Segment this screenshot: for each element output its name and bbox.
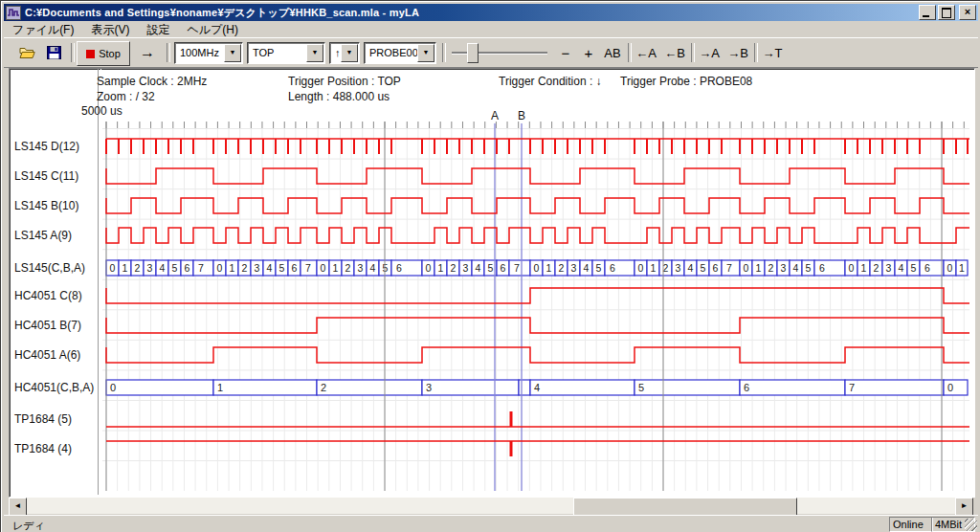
- save-button[interactable]: [42, 41, 65, 64]
- trigger-position-select[interactable]: TOP ▼: [247, 42, 325, 64]
- toolbar-separator: [754, 43, 758, 62]
- move-cursor-b-left-button[interactable]: ←B: [662, 41, 687, 64]
- menu-item-help[interactable]: ヘルプ(H): [178, 21, 247, 37]
- ruler-time-label: 5000 us: [81, 104, 122, 118]
- minus-icon: −: [562, 45, 570, 61]
- right-a-icon: →A: [699, 46, 720, 60]
- stop-icon: [86, 50, 95, 58]
- gutter-divider: [98, 69, 101, 495]
- zoom-in-button[interactable]: +: [578, 41, 599, 64]
- status-ready: レディ: [12, 519, 45, 532]
- close-button[interactable]: ×: [959, 5, 976, 20]
- maximize-button[interactable]: [938, 5, 955, 20]
- channel-label-6: HC4051 C(8): [14, 287, 82, 304]
- left-b-icon: ←B: [664, 46, 685, 60]
- toolbar-separator: [167, 43, 170, 62]
- menu-item-settings[interactable]: 設定: [138, 21, 178, 37]
- app-icon[interactable]: [6, 6, 21, 20]
- menu-bar: ファイル(F) 表示(V) 設定 ヘルプ(H): [4, 21, 978, 37]
- waveform-view[interactable]: [9, 68, 975, 498]
- scroll-left-button[interactable]: ◄: [9, 498, 27, 516]
- trigger-position-value: TOP: [253, 47, 274, 58]
- title-bar[interactable]: C:¥Documents and Settings¥noname¥デスクトップ¥…: [4, 4, 978, 21]
- right-t-icon: →T: [763, 46, 783, 60]
- channel-label-2: LS145 C(11): [14, 167, 78, 185]
- resize-grip[interactable]: [965, 519, 977, 531]
- toolbar-separator: [71, 43, 75, 62]
- zoom-ab-button[interactable]: AB: [601, 41, 624, 64]
- dropdown-arrow-icon[interactable]: ▼: [224, 44, 241, 62]
- menu-item-view[interactable]: 表示(V): [82, 21, 138, 37]
- info-zoom: Zoom : / 32: [97, 90, 155, 103]
- trigger-probe-value: PROBE00: [369, 47, 418, 58]
- channel-label-5: LS145(C,B,A): [14, 259, 85, 277]
- run-button[interactable]: →: [134, 41, 161, 64]
- minimize-button[interactable]: [919, 5, 936, 20]
- info-trigger-probe: Trigger Probe : PROBE08: [620, 75, 752, 88]
- close-icon: ×: [965, 6, 970, 17]
- channel-label-4: LS145 A(9): [14, 227, 72, 244]
- run-arrow-icon: →: [140, 44, 155, 61]
- channel-label-7: HC4051 B(7): [14, 317, 81, 334]
- toolbar-separator: [691, 43, 695, 62]
- info-trigger-condition: Trigger Condition : ↓: [499, 75, 602, 88]
- app-window: C:¥Documents and Settings¥noname¥デスクトップ¥…: [0, 0, 980, 532]
- plus-icon: +: [585, 45, 593, 61]
- right-b-icon: →B: [727, 46, 748, 60]
- dropdown-arrow-icon[interactable]: ▼: [306, 44, 323, 62]
- zoom-out-button[interactable]: −: [555, 41, 576, 64]
- trigger-edge-select[interactable]: ↑ ▼: [329, 42, 360, 64]
- channel-label-11: TP1684 (4): [14, 440, 72, 457]
- zoom-slider[interactable]: [452, 52, 547, 55]
- stop-label: Stop: [99, 48, 121, 59]
- info-trigger-position: Trigger Position : TOP: [288, 75, 401, 88]
- channel-label-3: LS145 B(10): [14, 197, 78, 214]
- dropdown-arrow-icon[interactable]: ▼: [417, 44, 434, 62]
- window-title: C:¥Documents and Settings¥noname¥デスクトップ¥…: [25, 6, 919, 20]
- status-bar: レディ Online 4MBit: [4, 515, 978, 532]
- dropdown-arrow-icon[interactable]: ▼: [341, 44, 358, 62]
- ab-label: AB: [604, 46, 620, 60]
- channel-label-1: LS145 D(12): [14, 138, 79, 155]
- menu-item-file[interactable]: ファイル(F): [4, 21, 82, 37]
- goto-trigger-button[interactable]: →T: [760, 41, 785, 64]
- open-button[interactable]: [15, 41, 38, 64]
- maximize-icon: [942, 8, 951, 18]
- info-length: Length : 488.000 us: [288, 90, 390, 103]
- stop-button[interactable]: Stop: [77, 41, 130, 66]
- toolbar-separator: [442, 43, 446, 62]
- scrollbar-thumb[interactable]: [573, 498, 797, 516]
- move-cursor-a-right-button[interactable]: →A: [697, 41, 722, 64]
- trigger-edge-value: ↑: [335, 47, 341, 58]
- sample-clock-select[interactable]: 100MHz ▼: [174, 42, 243, 64]
- left-a-icon: ←A: [635, 46, 657, 60]
- channel-label-9: HC4051(C,B,A): [14, 379, 94, 396]
- channel-label-10: TP1684 (5): [14, 410, 72, 428]
- minimize-icon: [923, 15, 929, 17]
- move-cursor-a-left-button[interactable]: ←A: [634, 41, 658, 64]
- channel-label-8: HC4051 A(6): [14, 346, 80, 364]
- status-online: Online: [889, 517, 933, 532]
- toolbar-separator: [628, 43, 632, 62]
- toolbar: Stop → 100MHz ▼ TOP ▼ ↑ ▼ PROBE00 ▼ − + …: [4, 37, 978, 68]
- trigger-probe-select[interactable]: PROBE00 ▼: [364, 42, 436, 64]
- save-floppy-icon: [47, 46, 61, 59]
- open-folder-icon: [19, 46, 35, 59]
- scroll-right-button[interactable]: ►: [955, 498, 973, 516]
- move-cursor-b-right-button[interactable]: →B: [725, 41, 750, 64]
- info-sample-clock: Sample Clock : 2MHz: [97, 75, 207, 88]
- sample-clock-value: 100MHz: [180, 47, 219, 58]
- zoom-slider-thumb[interactable]: [467, 43, 479, 63]
- horizontal-scrollbar[interactable]: ◄ ►: [9, 498, 973, 514]
